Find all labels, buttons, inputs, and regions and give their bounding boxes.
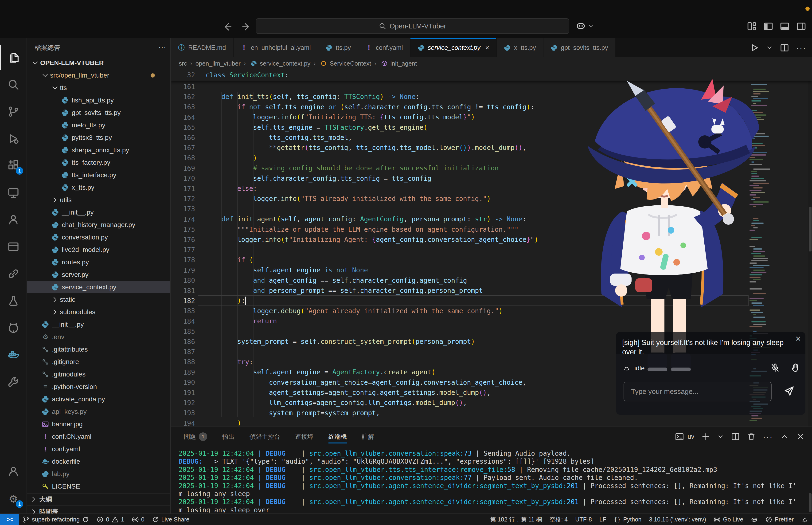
- tab-x_tts.py[interactable]: x_tts.py: [497, 38, 543, 57]
- status-go-live[interactable]: Go Live: [710, 514, 747, 525]
- panel-tab-問題[interactable]: 問題1: [184, 427, 207, 446]
- panel-tab-輸出[interactable]: 輸出: [222, 427, 234, 446]
- tree-item-server.py[interactable]: server.py: [27, 268, 171, 281]
- more-actions-icon[interactable]: ···: [796, 43, 806, 52]
- editor-scrollbar[interactable]: [808, 70, 812, 426]
- split-editor-icon[interactable]: [780, 43, 789, 52]
- tree-item-sherpa_onnx_tts.py[interactable]: sherpa_onnx_tts.py: [27, 144, 171, 156]
- forward-icon[interactable]: [241, 21, 251, 32]
- run-dropdown-icon[interactable]: [766, 44, 773, 51]
- new-terminal-icon[interactable]: [701, 432, 710, 441]
- panel-tab-終端機[interactable]: 終端機: [328, 427, 347, 446]
- tree-item-.gitmodules[interactable]: .gitmodules: [27, 368, 171, 380]
- status-live-share[interactable]: Live Share: [148, 514, 193, 525]
- tree-item-tts[interactable]: tts: [27, 81, 171, 94]
- status-notifications[interactable]: [797, 514, 812, 525]
- tree-item-.python-version[interactable]: ≡.python-version: [27, 380, 171, 393]
- tab-service_context.py[interactable]: service_context.py×: [411, 38, 497, 57]
- tree-item-conf.CN.yaml[interactable]: !conf.CN.yaml: [27, 430, 171, 443]
- activity-source-control-icon[interactable]: [0, 100, 27, 124]
- activity-extensions-icon[interactable]: 1: [0, 153, 27, 178]
- microphone-off-icon[interactable]: [770, 363, 780, 373]
- tree-item-utils[interactable]: utils: [27, 194, 171, 206]
- tree-item-src/open_llm_vtuber[interactable]: src/open_llm_vtuber: [27, 69, 171, 81]
- tree-item-lab.py[interactable]: lab.py: [27, 468, 171, 480]
- tab-en_unhelpful_ai.yaml[interactable]: !en_unhelpful_ai.yaml: [233, 38, 318, 57]
- split-terminal-icon[interactable]: [731, 432, 740, 441]
- panel-tab-註解[interactable]: 註解: [362, 427, 374, 446]
- message-input[interactable]: Type your message...: [624, 381, 771, 401]
- status-indentation[interactable]: 空格: 4: [546, 514, 571, 525]
- section-大綱[interactable]: 大綱: [27, 493, 171, 505]
- activity-settings-icon[interactable]: ⚙1: [0, 487, 27, 511]
- breadcrumb-item[interactable]: ServiceContext: [330, 60, 371, 67]
- tree-item-activate_conda.py[interactable]: activate_conda.py: [27, 393, 171, 405]
- activity-tools-icon[interactable]: [0, 370, 27, 394]
- tree-item-api_keys.py[interactable]: api_keys.py: [27, 405, 171, 418]
- tree-item-dockerfile[interactable]: dockerfile: [27, 455, 171, 468]
- tree-item-static[interactable]: static: [27, 293, 171, 306]
- tree-item-__init__.py[interactable]: __init__.py: [27, 206, 171, 219]
- activity-github-icon[interactable]: [0, 316, 27, 340]
- panel-tab-偵錯主控台[interactable]: 偵錯主控台: [249, 427, 280, 446]
- tree-item-gpt_sovits_tts.py[interactable]: gpt_sovits_tts.py: [27, 106, 171, 119]
- activity-docker-icon[interactable]: [0, 343, 27, 367]
- activity-remote-explorer-icon[interactable]: [0, 180, 27, 205]
- activity-run-debug-icon[interactable]: [0, 126, 27, 151]
- breadcrumb-item[interactable]: init_agent: [390, 60, 417, 67]
- remote-indicator[interactable]: ><: [0, 514, 19, 525]
- breadcrumb-item[interactable]: open_llm_vtuber: [196, 60, 241, 67]
- copilot-menu[interactable]: [576, 21, 594, 31]
- tree-item-live2d_model.py[interactable]: live2d_model.py: [27, 243, 171, 256]
- tree-item-fish_api_tts.py[interactable]: fish_api_tts.py: [27, 94, 171, 106]
- tab-conf.yaml[interactable]: !conf.yaml: [358, 38, 411, 57]
- activity-search-icon[interactable]: [0, 72, 27, 97]
- tree-item-LICENSE[interactable]: LICENSE: [27, 480, 171, 493]
- section-時間表[interactable]: 時間表: [27, 506, 171, 513]
- activity-remote-window-icon[interactable]: [0, 235, 27, 259]
- toggle-panel-icon[interactable]: [780, 21, 790, 31]
- close-icon[interactable]: ×: [796, 334, 801, 344]
- activity-liveshare-icon[interactable]: [0, 261, 27, 286]
- tree-item-routes.py[interactable]: routes.py: [27, 256, 171, 268]
- status-encoding[interactable]: UTF-8: [571, 514, 596, 525]
- tab-tts.py[interactable]: tts.py: [318, 38, 358, 57]
- activity-testing-icon[interactable]: [0, 289, 27, 313]
- tree-item-x_tts.py[interactable]: x_tts.py: [27, 181, 171, 194]
- status-ports[interactable]: 0: [128, 514, 148, 525]
- status-eol[interactable]: LF: [596, 514, 610, 525]
- toggle-secondary-sidebar-icon[interactable]: [796, 21, 806, 31]
- tree-item-.gitignore[interactable]: .gitignore: [27, 356, 171, 368]
- activity-live2d-icon[interactable]: [0, 208, 27, 232]
- close-panel-icon[interactable]: [796, 432, 805, 441]
- panel-tab-連接埠[interactable]: 連接埠: [295, 427, 313, 446]
- tree-item-conf.yaml[interactable]: !conf.yaml: [27, 443, 171, 455]
- close-icon[interactable]: ×: [485, 44, 489, 52]
- breadcrumb-item[interactable]: service_context.py: [260, 60, 310, 67]
- status-interpreter[interactable]: 3.10.16 ('.venv': venv): [645, 514, 710, 525]
- more-actions-icon[interactable]: ···: [763, 432, 773, 441]
- send-icon[interactable]: [783, 386, 795, 397]
- status-problems[interactable]: 01: [93, 514, 128, 525]
- toggle-sidebar-icon[interactable]: [763, 21, 773, 31]
- activity-accounts-icon[interactable]: [0, 459, 27, 483]
- command-center-search[interactable]: Open-LLM-VTuber: [256, 18, 569, 34]
- status-branch[interactable]: superb-refactoring: [19, 514, 93, 525]
- activity-explorer-icon[interactable]: [0, 45, 27, 70]
- tab-README.md[interactable]: ⓘREADME.md: [171, 38, 233, 57]
- status-language[interactable]: {}Python: [610, 514, 645, 525]
- kill-terminal-icon[interactable]: [747, 432, 756, 441]
- back-icon[interactable]: [222, 21, 232, 32]
- tree-item-banner.jpg[interactable]: banner.jpg: [27, 418, 171, 430]
- status-copilot[interactable]: [747, 514, 762, 525]
- explorer-more-icon[interactable]: ···: [158, 44, 166, 52]
- tree-item-conversation.py[interactable]: conversation.py: [27, 231, 171, 243]
- tree-item-submodules[interactable]: submodules: [27, 306, 171, 318]
- tree-item-service_context.py[interactable]: service_context.py: [27, 281, 171, 293]
- status-prettier[interactable]: Prettier: [762, 514, 797, 525]
- tree-item-__init__.py[interactable]: __init__.py: [27, 318, 171, 331]
- maximize-panel-icon[interactable]: [780, 432, 789, 441]
- tab-gpt_sovits_tts.py[interactable]: gpt_sovits_tts.py: [543, 38, 616, 57]
- terminal-scrollbar[interactable]: [809, 493, 812, 512]
- terminal-output[interactable]: 2025-01-19 12:42:04 | DEBUG | src.open_l…: [179, 450, 808, 512]
